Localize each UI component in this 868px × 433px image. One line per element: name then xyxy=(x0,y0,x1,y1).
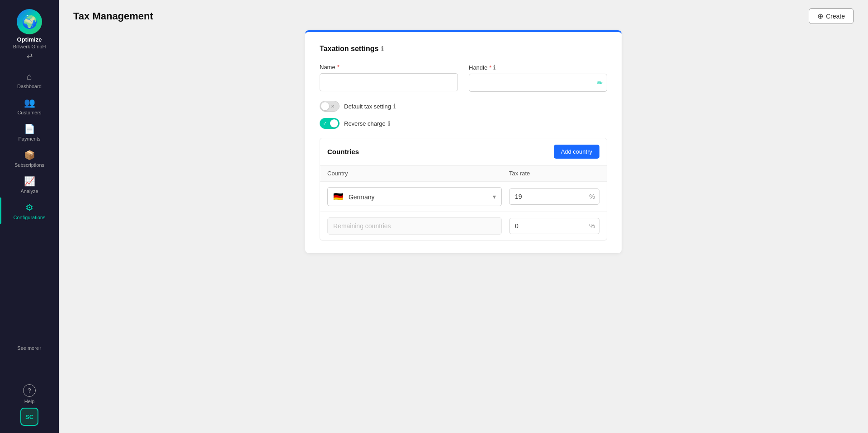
sidebar-item-analyze[interactable]: 📈 Analyze xyxy=(0,171,59,198)
app-logo[interactable]: 🌍 xyxy=(17,9,42,34)
add-country-label: Add country xyxy=(561,148,592,155)
remaining-placeholder: Remaining countries xyxy=(327,217,502,235)
remaining-tax-input[interactable] xyxy=(509,218,599,234)
create-plus-icon: ⊕ xyxy=(817,12,823,20)
countries-header: Countries Add country xyxy=(320,138,607,165)
handle-input-wrap: ✏ xyxy=(469,74,607,92)
germany-tax-wrap: % xyxy=(509,188,599,205)
handle-info-icon[interactable]: ℹ xyxy=(493,64,495,71)
see-more-button[interactable]: See more › xyxy=(17,343,41,353)
germany-select-wrap: 🇩🇪 Germany ▾ xyxy=(327,187,502,206)
name-group: Name * xyxy=(320,64,458,92)
sidebar-item-customers[interactable]: 👥 Customers xyxy=(0,93,59,119)
customers-icon: 👥 xyxy=(24,97,35,108)
card-title-text: Taxation settings xyxy=(320,45,378,53)
sidebar-bottom: See more › ? Help SC xyxy=(0,343,59,433)
page-header: Tax Management ⊕ Create xyxy=(59,0,868,30)
germany-name: Germany xyxy=(349,193,375,201)
germany-select[interactable]: 🇩🇪 Germany ▾ xyxy=(327,187,502,206)
germany-tax-input[interactable] xyxy=(509,188,599,205)
card-title: Taxation settings ℹ xyxy=(320,45,607,53)
payments-icon: 📄 xyxy=(24,123,35,134)
see-more-label: See more xyxy=(17,345,39,351)
default-tax-toggle[interactable]: ✕ xyxy=(320,101,340,112)
country-dropdown-arrow: ▾ xyxy=(493,193,496,200)
logo-icon: 🌍 xyxy=(22,14,38,29)
sidebar-item-dashboard[interactable]: ⌂ Dashboard xyxy=(0,67,59,93)
switch-icon[interactable]: ⇄ xyxy=(27,51,33,60)
reverse-charge-row: ✓ Reverse charge ℹ xyxy=(320,118,607,129)
help-label: Help xyxy=(24,399,35,404)
germany-percent: % xyxy=(590,193,595,200)
help-icon: ? xyxy=(28,387,31,394)
handle-label: Handle * ℹ xyxy=(469,64,607,71)
name-label: Name * xyxy=(320,64,458,71)
main-content: Tax Management ⊕ Create Taxation setting… xyxy=(59,0,868,433)
see-more-arrow: › xyxy=(40,345,42,351)
toggle-x-icon: ✕ xyxy=(331,104,335,109)
taxation-card: Taxation settings ℹ Name * Handle * ℹ xyxy=(305,30,622,253)
handle-group: Handle * ℹ ✏ xyxy=(469,64,607,92)
subscriptions-icon: 📦 xyxy=(24,150,35,160)
default-tax-label: Default tax setting ℹ xyxy=(344,103,396,110)
add-country-button[interactable]: Add country xyxy=(554,145,599,159)
country-table-header: Country Tax rate xyxy=(320,165,607,182)
sidebar-nav: ⌂ Dashboard 👥 Customers 📄 Payments 📦 Sub… xyxy=(0,67,59,224)
page-title: Tax Management xyxy=(73,10,153,22)
reverse-charge-toggle[interactable]: ✓ xyxy=(320,118,340,129)
app-brand: Optimize xyxy=(17,36,42,43)
sidebar: 🌍 Optimize Billwerk GmbH ⇄ ⌂ Dashboard 👥… xyxy=(0,0,59,433)
default-tax-info-icon[interactable]: ℹ xyxy=(393,103,396,110)
remaining-percent: % xyxy=(590,222,595,230)
name-required: * xyxy=(337,64,340,71)
sidebar-label-subscriptions: Subscriptions xyxy=(14,162,44,168)
toggle-knob-reverse xyxy=(330,119,338,127)
sidebar-label-dashboard: Dashboard xyxy=(17,84,42,89)
country-row-germany: 🇩🇪 Germany ▾ % xyxy=(320,182,607,212)
user-avatar[interactable]: SC xyxy=(20,408,38,426)
sidebar-label-analyze: Analyze xyxy=(20,188,38,194)
reverse-charge-label: Reverse charge ℹ xyxy=(344,120,390,127)
name-input[interactable] xyxy=(320,73,458,91)
company-name: Billwerk GmbH xyxy=(13,44,46,49)
handle-input[interactable] xyxy=(469,74,607,92)
handle-required: * xyxy=(489,64,491,71)
sidebar-label-configurations: Configurations xyxy=(14,215,46,220)
card-container: Taxation settings ℹ Name * Handle * ℹ xyxy=(59,30,868,433)
analyze-icon: 📈 xyxy=(24,176,35,187)
remaining-countries-row: Remaining countries % xyxy=(320,212,607,240)
name-handle-row: Name * Handle * ℹ ✏ xyxy=(320,64,607,92)
configurations-icon: ⚙ xyxy=(25,202,33,213)
sidebar-item-payments[interactable]: 📄 Payments xyxy=(0,119,59,145)
reverse-charge-info-icon[interactable]: ℹ xyxy=(388,120,390,127)
countries-title: Countries xyxy=(327,148,359,155)
create-button[interactable]: ⊕ Create xyxy=(809,8,854,24)
sidebar-label-customers: Customers xyxy=(17,110,41,115)
sidebar-item-configurations[interactable]: ⚙ Configurations xyxy=(0,198,59,224)
avatar-text: SC xyxy=(25,414,33,420)
default-tax-row: ✕ Default tax setting ℹ xyxy=(320,101,607,112)
countries-section: Countries Add country Country Tax rate xyxy=(320,138,607,240)
active-indicator xyxy=(0,198,1,224)
sidebar-item-subscriptions[interactable]: 📦 Subscriptions xyxy=(0,145,59,171)
col-tax-header: Tax rate xyxy=(509,170,599,177)
sidebar-label-payments: Payments xyxy=(19,136,41,141)
dashboard-icon: ⌂ xyxy=(27,71,32,82)
handle-edit-icon[interactable]: ✏ xyxy=(597,79,603,87)
remaining-tax-wrap: % xyxy=(509,218,599,234)
germany-flag: 🇩🇪 xyxy=(333,192,343,201)
help-button[interactable]: ? xyxy=(23,384,36,397)
toggle-check-icon: ✓ xyxy=(323,121,327,127)
toggle-knob-default xyxy=(321,102,329,110)
taxation-info-icon[interactable]: ℹ xyxy=(381,45,383,52)
col-country-header: Country xyxy=(327,170,509,177)
create-button-label: Create xyxy=(826,13,845,20)
